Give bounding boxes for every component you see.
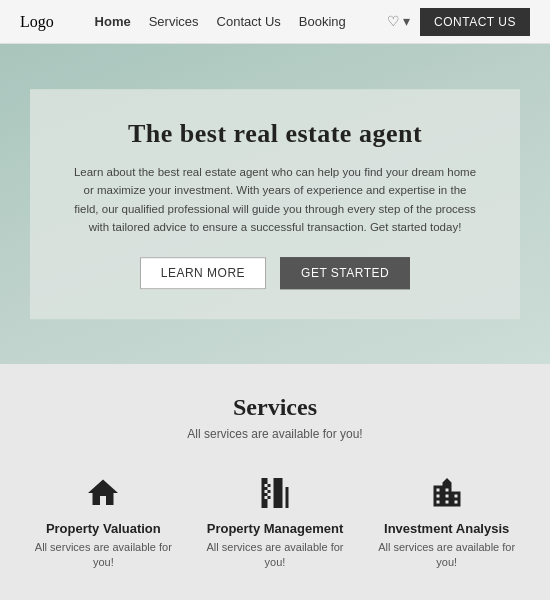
service-name-investment: Investment Analysis [371,521,522,536]
nav-right: ♡ ▾ CONTACT US [387,8,530,36]
nav-services[interactable]: Services [149,14,199,29]
service-construction: Construction & Renovation Consulting All… [192,591,359,600]
services-title: Services [20,394,530,421]
nav-contact[interactable]: Contact Us [217,14,281,29]
nav-links: Home Services Contact Us Booking [95,14,346,29]
services-subtitle: All services are available for you! [20,427,530,441]
service-name-valuation: Property Valuation [28,521,179,536]
hero-description: Learn about the best real estate agent w… [70,163,480,237]
service-property-management: Property Management All services are ava… [192,465,359,581]
navbar: Logo Home Services Contact Us Booking ♡ … [0,0,550,44]
favorites-button[interactable]: ♡ ▾ [387,13,411,30]
hero-card: The best real estate agent Learn about t… [30,89,520,319]
get-started-button[interactable]: GET STARTED [280,257,410,289]
service-mortgage: Mortgage & Financing Advice All services… [20,591,187,600]
service-name-management: Property Management [200,521,351,536]
service-desc-valuation: All services are available for you! [28,540,179,571]
building-icon [200,475,351,511]
service-desc-investment: All services are available for you! [371,540,522,571]
learn-more-button[interactable]: LEARN MORE [140,257,266,289]
nav-booking[interactable]: Booking [299,14,346,29]
service-leasing: Leasing & Tenant Representation All serv… [363,591,530,600]
hero-title: The best real estate agent [70,119,480,149]
hero-section: The best real estate agent Learn about t… [0,44,550,364]
hero-buttons: LEARN MORE GET STARTED [70,257,480,289]
contact-us-button[interactable]: CONTACT US [420,8,530,36]
city-icon [371,475,522,511]
logo: Logo [20,13,54,31]
house-icon [28,475,179,511]
service-desc-management: All services are available for you! [200,540,351,571]
nav-home[interactable]: Home [95,14,131,29]
services-section: Services All services are available for … [0,364,550,600]
service-property-valuation: Property Valuation All services are avai… [20,465,187,581]
service-investment: Investment Analysis All services are ava… [363,465,530,581]
services-grid: Property Valuation All services are avai… [20,465,530,600]
